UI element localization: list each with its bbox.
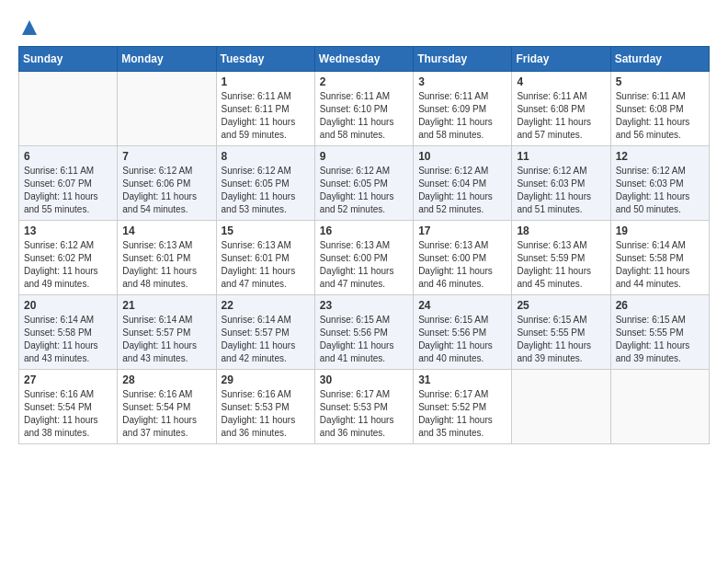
day-number: 29	[222, 373, 310, 386]
day-info: Sunrise: 6:16 AM Sunset: 5:54 PM Dayligh…	[122, 388, 210, 440]
day-number: 4	[517, 75, 605, 88]
calendar-cell: 7Sunrise: 6:12 AM Sunset: 6:06 PM Daylig…	[118, 146, 216, 221]
day-number: 27	[24, 373, 112, 386]
day-number: 20	[24, 299, 112, 312]
calendar-cell: 17Sunrise: 6:13 AM Sunset: 6:00 PM Dayli…	[414, 221, 512, 295]
day-info: Sunrise: 6:14 AM Sunset: 5:58 PM Dayligh…	[24, 314, 112, 365]
day-info: Sunrise: 6:12 AM Sunset: 6:05 PM Dayligh…	[222, 165, 310, 216]
calendar-cell: 24Sunrise: 6:15 AM Sunset: 5:56 PM Dayli…	[414, 295, 512, 370]
day-number: 24	[418, 299, 506, 312]
day-number: 15	[222, 224, 310, 237]
day-info: Sunrise: 6:16 AM Sunset: 5:54 PM Dayligh…	[24, 388, 112, 440]
logo	[18, 18, 39, 37]
day-number: 31	[418, 373, 506, 386]
calendar-cell: 5Sunrise: 6:11 AM Sunset: 6:08 PM Daylig…	[610, 72, 709, 146]
day-number: 22	[222, 299, 310, 312]
col-header-sunday: Sunday	[19, 47, 118, 72]
calendar-header-row: SundayMondayTuesdayWednesdayThursdayFrid…	[19, 47, 710, 72]
day-number: 11	[517, 150, 605, 163]
day-info: Sunrise: 6:16 AM Sunset: 5:53 PM Dayligh…	[222, 388, 310, 440]
calendar-cell: 15Sunrise: 6:13 AM Sunset: 6:01 PM Dayli…	[216, 221, 314, 295]
day-number: 6	[24, 150, 112, 163]
day-info: Sunrise: 6:13 AM Sunset: 6:00 PM Dayligh…	[418, 239, 506, 291]
calendar-cell: 29Sunrise: 6:16 AM Sunset: 5:53 PM Dayli…	[216, 370, 314, 444]
day-info: Sunrise: 6:13 AM Sunset: 6:01 PM Dayligh…	[122, 239, 210, 291]
day-info: Sunrise: 6:17 AM Sunset: 5:53 PM Dayligh…	[320, 388, 408, 440]
calendar-cell: 12Sunrise: 6:12 AM Sunset: 6:03 PM Dayli…	[610, 146, 709, 221]
day-info: Sunrise: 6:12 AM Sunset: 6:02 PM Dayligh…	[24, 239, 112, 291]
day-number: 7	[122, 150, 210, 163]
day-info: Sunrise: 6:12 AM Sunset: 6:04 PM Dayligh…	[418, 165, 506, 216]
day-info: Sunrise: 6:14 AM Sunset: 5:58 PM Dayligh…	[616, 239, 704, 291]
calendar-week-row: 1Sunrise: 6:11 AM Sunset: 6:11 PM Daylig…	[19, 72, 710, 146]
day-info: Sunrise: 6:13 AM Sunset: 5:59 PM Dayligh…	[517, 239, 605, 291]
calendar-cell: 25Sunrise: 6:15 AM Sunset: 5:55 PM Dayli…	[512, 295, 610, 370]
calendar-cell	[118, 72, 216, 146]
calendar-cell: 3Sunrise: 6:11 AM Sunset: 6:09 PM Daylig…	[414, 72, 512, 146]
day-info: Sunrise: 6:14 AM Sunset: 5:57 PM Dayligh…	[122, 314, 210, 365]
day-number: 25	[517, 299, 605, 312]
calendar-cell: 14Sunrise: 6:13 AM Sunset: 6:01 PM Dayli…	[118, 221, 216, 295]
calendar-cell: 26Sunrise: 6:15 AM Sunset: 5:55 PM Dayli…	[610, 295, 709, 370]
day-info: Sunrise: 6:11 AM Sunset: 6:10 PM Dayligh…	[320, 90, 408, 142]
day-number: 28	[122, 373, 210, 386]
calendar-table: SundayMondayTuesdayWednesdayThursdayFrid…	[18, 46, 710, 444]
calendar-cell: 20Sunrise: 6:14 AM Sunset: 5:58 PM Dayli…	[19, 295, 118, 370]
day-info: Sunrise: 6:11 AM Sunset: 6:11 PM Dayligh…	[222, 90, 310, 142]
svg-marker-0	[22, 20, 37, 35]
day-info: Sunrise: 6:12 AM Sunset: 6:06 PM Dayligh…	[122, 165, 210, 216]
day-info: Sunrise: 6:15 AM Sunset: 5:56 PM Dayligh…	[418, 314, 506, 365]
calendar-cell: 2Sunrise: 6:11 AM Sunset: 6:10 PM Daylig…	[314, 72, 413, 146]
col-header-wednesday: Wednesday	[314, 47, 413, 72]
calendar-cell: 21Sunrise: 6:14 AM Sunset: 5:57 PM Dayli…	[118, 295, 216, 370]
col-header-saturday: Saturday	[610, 47, 709, 72]
calendar-week-row: 20Sunrise: 6:14 AM Sunset: 5:58 PM Dayli…	[19, 295, 710, 370]
calendar-cell	[19, 72, 118, 146]
day-number: 2	[320, 75, 408, 88]
day-number: 14	[122, 224, 210, 237]
day-number: 9	[320, 150, 408, 163]
calendar-cell: 27Sunrise: 6:16 AM Sunset: 5:54 PM Dayli…	[19, 370, 118, 444]
calendar-cell: 13Sunrise: 6:12 AM Sunset: 6:02 PM Dayli…	[19, 221, 118, 295]
day-info: Sunrise: 6:13 AM Sunset: 6:00 PM Dayligh…	[320, 239, 408, 291]
calendar-cell: 11Sunrise: 6:12 AM Sunset: 6:03 PM Dayli…	[512, 146, 610, 221]
day-number: 10	[418, 150, 506, 163]
day-info: Sunrise: 6:11 AM Sunset: 6:08 PM Dayligh…	[616, 90, 704, 142]
day-number: 19	[616, 224, 704, 237]
day-info: Sunrise: 6:11 AM Sunset: 6:08 PM Dayligh…	[517, 90, 605, 142]
header	[18, 18, 710, 37]
day-info: Sunrise: 6:13 AM Sunset: 6:01 PM Dayligh…	[222, 239, 310, 291]
day-info: Sunrise: 6:14 AM Sunset: 5:57 PM Dayligh…	[222, 314, 310, 365]
calendar-cell: 10Sunrise: 6:12 AM Sunset: 6:04 PM Dayli…	[414, 146, 512, 221]
day-info: Sunrise: 6:12 AM Sunset: 6:05 PM Dayligh…	[320, 165, 408, 216]
day-info: Sunrise: 6:11 AM Sunset: 6:07 PM Dayligh…	[24, 165, 112, 216]
day-info: Sunrise: 6:15 AM Sunset: 5:56 PM Dayligh…	[320, 314, 408, 365]
calendar-cell: 9Sunrise: 6:12 AM Sunset: 6:05 PM Daylig…	[314, 146, 413, 221]
day-number: 21	[122, 299, 210, 312]
day-number: 12	[616, 150, 704, 163]
calendar-cell: 19Sunrise: 6:14 AM Sunset: 5:58 PM Dayli…	[610, 221, 709, 295]
calendar-cell: 28Sunrise: 6:16 AM Sunset: 5:54 PM Dayli…	[118, 370, 216, 444]
day-info: Sunrise: 6:12 AM Sunset: 6:03 PM Dayligh…	[517, 165, 605, 216]
day-info: Sunrise: 6:15 AM Sunset: 5:55 PM Dayligh…	[616, 314, 704, 365]
calendar-cell	[512, 370, 610, 444]
day-number: 16	[320, 224, 408, 237]
day-info: Sunrise: 6:15 AM Sunset: 5:55 PM Dayligh…	[517, 314, 605, 365]
day-number: 30	[320, 373, 408, 386]
calendar-cell: 1Sunrise: 6:11 AM Sunset: 6:11 PM Daylig…	[216, 72, 314, 146]
col-header-friday: Friday	[512, 47, 610, 72]
calendar-cell: 18Sunrise: 6:13 AM Sunset: 5:59 PM Dayli…	[512, 221, 610, 295]
calendar-cell: 30Sunrise: 6:17 AM Sunset: 5:53 PM Dayli…	[314, 370, 413, 444]
calendar-cell: 6Sunrise: 6:11 AM Sunset: 6:07 PM Daylig…	[19, 146, 118, 221]
day-info: Sunrise: 6:17 AM Sunset: 5:52 PM Dayligh…	[418, 388, 506, 440]
day-number: 26	[616, 299, 704, 312]
calendar-week-row: 27Sunrise: 6:16 AM Sunset: 5:54 PM Dayli…	[19, 370, 710, 444]
day-info: Sunrise: 6:11 AM Sunset: 6:09 PM Dayligh…	[418, 90, 506, 142]
day-number: 23	[320, 299, 408, 312]
col-header-tuesday: Tuesday	[216, 47, 314, 72]
calendar-cell: 31Sunrise: 6:17 AM Sunset: 5:52 PM Dayli…	[414, 370, 512, 444]
day-number: 3	[418, 75, 506, 88]
calendar-cell: 23Sunrise: 6:15 AM Sunset: 5:56 PM Dayli…	[314, 295, 413, 370]
calendar-cell: 4Sunrise: 6:11 AM Sunset: 6:08 PM Daylig…	[512, 72, 610, 146]
calendar-week-row: 13Sunrise: 6:12 AM Sunset: 6:02 PM Dayli…	[19, 221, 710, 295]
